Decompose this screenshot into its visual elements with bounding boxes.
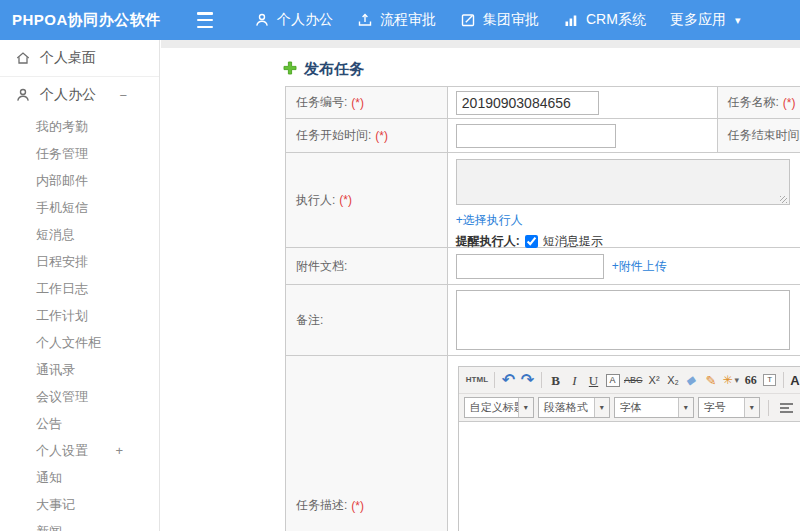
caret-down-icon: ▾ — [518, 398, 533, 417]
attachment-label: 附件文档: — [286, 248, 448, 285]
page-title-text: 发布任务 — [304, 60, 364, 79]
task-number-input[interactable] — [456, 91, 599, 115]
toolbar-separator — [783, 372, 784, 388]
align-left-button[interactable] — [777, 397, 797, 418]
custom-title-select[interactable]: 自定义标题▾ — [464, 397, 534, 418]
align-left-icon — [780, 401, 793, 415]
top-header: PHPOA协同办公软件 个人办公流程审批集团审批CRM系统更多应用▾ — [0, 0, 800, 40]
content-top-strip — [161, 40, 800, 48]
user-icon — [254, 12, 270, 28]
top-nav: 个人办公流程审批集团审批CRM系统更多应用▾ — [242, 0, 752, 40]
font-family-select[interactable]: 字体▾ — [614, 397, 694, 418]
toolbar-separator — [541, 372, 542, 388]
caret-down-icon: ▾ — [744, 398, 759, 417]
sidebar-item-short-message[interactable]: 短消息 — [0, 221, 159, 248]
end-time-label: 任务结束时间:(*) — [718, 119, 800, 153]
paragraph-format-select[interactable]: 段落格式▾ — [538, 397, 610, 418]
toolbar-separator — [494, 372, 495, 388]
nav-more-apps[interactable]: 更多应用▾ — [658, 0, 753, 40]
editor-toolbar-row2: 自定义标题▾段落格式▾字体▾字号▾ — [459, 394, 800, 422]
subscript-button[interactable]: X₂ — [664, 370, 683, 391]
rich-text-editor: HTML↶↷BIUAABCX²X₂◆✎✳▾66TA▾ 自定义标题▾段落格式▾字体… — [458, 366, 800, 531]
strikethrough-button[interactable]: ABC — [622, 370, 645, 391]
form-row-remark: 备注: — [286, 285, 800, 356]
eraser-button[interactable]: ◆ — [683, 370, 702, 391]
italic-button[interactable]: I — [565, 370, 584, 391]
font-color-button[interactable]: A▾ — [788, 370, 800, 391]
sidebar-item-meeting-management[interactable]: 会议管理 — [0, 383, 159, 410]
underline-button[interactable]: U — [584, 370, 603, 391]
page-title: 发布任务 — [283, 60, 800, 79]
attachment-input[interactable] — [456, 254, 604, 279]
sidebar-item-personal-file-cabinet[interactable]: 个人文件柜 — [0, 329, 159, 356]
caret-down-icon: ▾ — [735, 14, 741, 27]
sidebar-item-personal-settings[interactable]: 个人设置+ — [0, 437, 159, 464]
sidebar-item-news[interactable]: 新闻 — [0, 518, 159, 531]
remark-label: 备注: — [286, 285, 448, 356]
home-icon — [15, 50, 31, 66]
executor-label: 执行人:(*) — [286, 153, 448, 248]
sidebar-item-notification[interactable]: 通知 — [0, 464, 159, 491]
app-window: PHPOA协同办公软件 个人办公流程审批集团审批CRM系统更多应用▾ 个人桌面个… — [0, 0, 800, 531]
user-icon — [15, 87, 31, 103]
start-time-label: 任务开始时间:(*) — [286, 119, 448, 153]
attachment-upload-link[interactable]: +附件上传 — [612, 258, 667, 275]
redo-button[interactable]: ↷ — [518, 370, 537, 391]
select-executor-link[interactable]: +选择执行人 — [456, 212, 523, 229]
sidebar-item-contacts[interactable]: 通讯录 — [0, 356, 159, 383]
undo-button[interactable]: ↶ — [499, 370, 518, 391]
paste-button[interactable]: T — [760, 370, 779, 391]
toggle-icon[interactable]: + — [115, 443, 123, 458]
publish-task-form: 任务编号:(*) 任务名称:(*) 任务开始时间:(*) 任务结束时 — [285, 86, 800, 531]
plus-icon — [283, 61, 297, 79]
nav-group-approval[interactable]: 集团审批 — [448, 0, 551, 40]
description-label: 任务描述:(*) — [286, 356, 448, 531]
format-brush-button[interactable]: ✎ — [702, 370, 721, 391]
font-size-select[interactable]: 字号▾ — [698, 397, 760, 418]
nav-crm-system[interactable]: CRM系统 — [551, 0, 658, 40]
sidebar-item-work-plan[interactable]: 工作计划 — [0, 302, 159, 329]
superscript-button[interactable]: X² — [645, 370, 664, 391]
sidebar-item-schedule[interactable]: 日程安排 — [0, 248, 159, 275]
insert-style-button[interactable]: ✳▾ — [721, 370, 742, 391]
sidebar-item-personal-office[interactable]: 个人办公− — [0, 77, 159, 113]
font-style-button[interactable]: A — [603, 370, 622, 391]
html-source-button[interactable]: HTML — [464, 370, 490, 391]
sms-remind-checkbox[interactable] — [525, 235, 538, 248]
editor-toolbar-row1: HTML↶↷BIUAABCX²X₂◆✎✳▾66TA▾ — [459, 367, 800, 394]
executor-textarea[interactable] — [456, 159, 790, 205]
sidebar-item-announcement[interactable]: 公告 — [0, 410, 159, 437]
task-number-label: 任务编号:(*) — [286, 87, 448, 119]
form-row-executor: 执行人:(*) +选择执行人 提醒执行人: 短消息提示 — [286, 153, 800, 248]
form-row-task-time: 任务开始时间:(*) 任务结束时间:(*) — [286, 119, 800, 153]
sidebar-item-work-log[interactable]: 工作日志 — [0, 275, 159, 302]
sidebar-item-mobile-sms[interactable]: 手机短信 — [0, 194, 159, 221]
sidebar-item-my-attendance[interactable]: 我的考勤 — [0, 113, 159, 140]
form-row-task-number: 任务编号:(*) 任务名称:(*) — [286, 87, 800, 119]
caret-down-icon: ▾ — [735, 375, 740, 385]
editor-content-area[interactable] — [459, 422, 800, 531]
nav-personal-office[interactable]: 个人办公 — [242, 0, 345, 40]
sidebar-item-personal-desktop[interactable]: 个人桌面 — [0, 40, 159, 77]
main-content: 发布任务 任务编号:(*) 任务名称:(*) 任务开始时间:(*) — [161, 40, 800, 531]
app-logo: PHPOA协同办公软件 — [0, 11, 180, 30]
remark-textarea[interactable] — [456, 290, 790, 350]
nav-process-approval[interactable]: 流程审批 — [345, 0, 448, 40]
toolbar-separator — [768, 400, 769, 416]
sidebar-item-internal-mail[interactable]: 内部邮件 — [0, 167, 159, 194]
blockquote-button[interactable]: 66 — [741, 370, 760, 391]
edit-icon — [460, 12, 476, 28]
menu-toggle-icon[interactable] — [194, 12, 216, 28]
task-name-label: 任务名称:(*) — [718, 87, 800, 119]
bold-button[interactable]: B — [546, 370, 565, 391]
chart-icon — [563, 12, 579, 28]
caret-down-icon: ▾ — [594, 398, 609, 417]
process-icon — [357, 12, 373, 28]
caret-down-icon: ▾ — [678, 398, 693, 417]
sidebar: 个人桌面个人办公−我的考勤任务管理内部邮件手机短信短消息日程安排工作日志工作计划… — [0, 40, 160, 531]
start-time-input[interactable] — [456, 124, 616, 148]
toggle-icon[interactable]: − — [119, 88, 127, 103]
form-row-description: 任务描述:(*) HTML↶↷BIUAABCX²X₂◆✎✳▾66TA▾ 自定义标… — [286, 356, 800, 531]
sidebar-item-task-management[interactable]: 任务管理 — [0, 140, 159, 167]
sidebar-item-memorabilia[interactable]: 大事记 — [0, 491, 159, 518]
